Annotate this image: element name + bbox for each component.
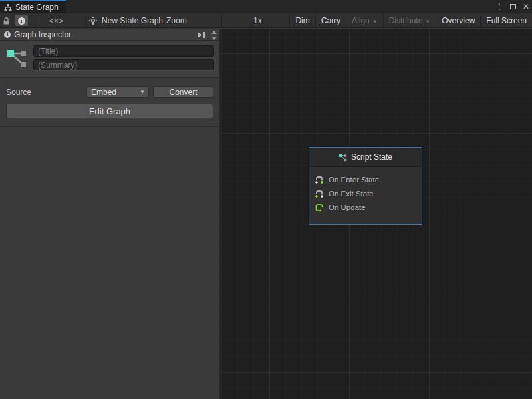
tab-state-graph[interactable]: State Graph — [0, 0, 66, 13]
new-state-graph-label: New State Graph — [102, 16, 163, 25]
graph-fields — [33, 45, 214, 72]
overview-label: Overview — [442, 16, 475, 25]
lock-icon — [3, 17, 10, 25]
node-event-row: On Enter State — [309, 172, 422, 186]
values-toggle-button[interactable]: <×> — [45, 13, 68, 28]
info-icon: i — [4, 31, 11, 38]
node-event-row: On Exit State — [309, 186, 422, 200]
graph-inspector-title: Graph Inspector — [14, 30, 71, 39]
on-enter-state-icon — [315, 175, 324, 184]
on-update-icon — [315, 203, 324, 212]
edit-graph-button[interactable]: Edit Graph — [6, 104, 213, 118]
info-icon: i — [18, 17, 25, 25]
new-state-graph-button[interactable]: New State Graph — [88, 13, 163, 28]
code-values-icon: <×> — [49, 17, 64, 25]
script-state-node-body: On Enter State On Exit State — [309, 167, 422, 214]
state-graph-tab-icon — [4, 3, 12, 11]
tab-label: State Graph — [15, 3, 59, 12]
close-icon[interactable]: ✕ — [523, 3, 529, 11]
on-exit-state-icon — [315, 189, 324, 198]
node-title: Script State — [351, 152, 392, 162]
node-event-row: On Update — [309, 200, 422, 214]
chevron-down-icon: ▼ — [425, 19, 430, 25]
full-screen-button[interactable]: Full Screen — [481, 13, 532, 28]
source-row: Source Embed ▼ Convert — [6, 86, 213, 98]
node-event-label: On Update — [329, 203, 366, 211]
dim-button[interactable]: Dim — [290, 13, 315, 28]
carry-button[interactable]: Carry — [316, 13, 346, 28]
move-graph-icon — [88, 16, 98, 25]
toolbar-separator — [85, 14, 86, 27]
maximize-icon[interactable] — [510, 4, 516, 9]
toolbar-separator — [221, 14, 222, 27]
align-button[interactable]: Align ▼ — [346, 13, 383, 28]
carry-label: Carry — [321, 16, 340, 25]
chevron-down-icon: ▼ — [372, 19, 378, 25]
dim-label: Dim — [295, 16, 309, 25]
dock-panel-button[interactable] — [196, 30, 206, 39]
toolbar-separator — [39, 14, 39, 27]
scroll-up-icon[interactable] — [211, 31, 217, 34]
graph-canvas[interactable]: Script State On Enter State — [221, 29, 532, 399]
convert-button[interactable]: Convert — [153, 86, 213, 98]
graph-inspector-header: i Graph Inspector — [0, 29, 219, 41]
convert-label: Convert — [169, 88, 197, 97]
node-event-label: On Exit State — [329, 190, 374, 198]
edit-graph-label: Edit Graph — [89, 106, 130, 116]
full-screen-label: Full Screen — [486, 16, 527, 25]
content-area: i Graph Inspector — [0, 29, 532, 399]
zoom-label: Zoom — [166, 13, 187, 28]
source-label: Source — [6, 88, 86, 97]
toolbar-right-group: Dim Carry Align ▼ Distribute ▼ Overview — [289, 13, 532, 28]
unity-window: State Graph ⋮ ✕ i <×> — [0, 0, 532, 399]
inspector-toggle-button[interactable]: i — [15, 15, 28, 26]
window-controls: ⋮ ✕ — [495, 0, 529, 13]
script-state-node[interactable]: Script State On Enter State — [309, 147, 422, 225]
panel-divider — [0, 126, 219, 127]
toolbar-separator — [13, 14, 13, 27]
graph-summary-input[interactable] — [33, 59, 214, 70]
window-menu-icon[interactable]: ⋮ — [495, 3, 503, 11]
title-bar: State Graph ⋮ ✕ — [0, 0, 532, 13]
scroll-down-icon[interactable] — [211, 37, 217, 40]
source-dropdown-value: Embed — [91, 88, 116, 97]
distribute-label: Distribute — [389, 16, 423, 25]
script-state-node-header: Script State — [309, 148, 422, 167]
distribute-button[interactable]: Distribute ▼ — [384, 13, 436, 28]
dock-panel-icon — [197, 31, 205, 39]
overview-button[interactable]: Overview — [436, 13, 480, 28]
graph-type-icon — [5, 45, 28, 72]
graph-summary-section — [0, 41, 219, 78]
align-label: Align — [352, 16, 370, 25]
source-dropdown[interactable]: Embed ▼ — [86, 86, 149, 98]
graph-node-icon — [338, 153, 347, 162]
panel-scroll-spinner — [210, 28, 218, 40]
chevron-down-icon: ▼ — [140, 89, 145, 95]
graph-title-input[interactable] — [33, 45, 214, 57]
zoom-value: 1x — [253, 13, 262, 28]
graph-toolbar: i <×> New State Graph Zoom 1x Dim — [0, 13, 532, 28]
lock-button[interactable] — [3, 13, 10, 28]
graph-inspector-panel: i Graph Inspector — [0, 29, 221, 399]
node-event-label: On Enter State — [329, 176, 379, 184]
